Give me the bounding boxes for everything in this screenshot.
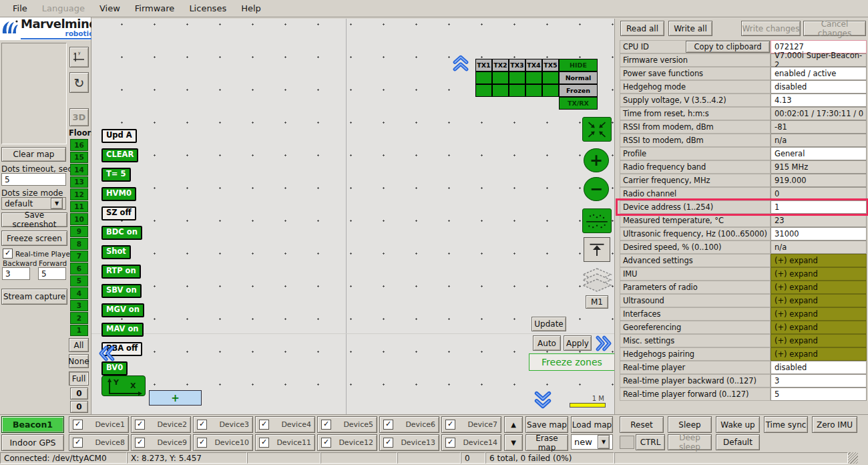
floor-button-1[interactable]: 1 bbox=[70, 325, 88, 337]
load-map-button[interactable]: Load map bbox=[571, 416, 613, 433]
scroll-down-button[interactable]: ▼ bbox=[504, 434, 523, 451]
tx-cell[interactable] bbox=[475, 84, 492, 97]
layers-icon[interactable] bbox=[581, 267, 613, 294]
wake-up-button[interactable]: Wake up bbox=[716, 416, 760, 433]
map-button-t-5[interactable]: T= 5 bbox=[101, 168, 131, 182]
checkbox-checked-icon[interactable]: ✓ bbox=[445, 420, 455, 430]
map-select[interactable]: new ▼ bbox=[571, 434, 613, 450]
map-button-sz-off[interactable]: SZ off bbox=[101, 206, 136, 220]
device-button-device9[interactable]: ✓Device9 bbox=[131, 434, 191, 451]
m1-button[interactable]: M1 bbox=[586, 295, 608, 309]
floor-button-9[interactable]: 9 bbox=[70, 226, 88, 238]
menu-item-help[interactable]: Help bbox=[234, 3, 268, 13]
menu-item-view[interactable]: View bbox=[92, 3, 128, 13]
map-button-sbv-on[interactable]: SBV on bbox=[101, 284, 142, 298]
fit-view-icon[interactable] bbox=[582, 117, 612, 142]
checkbox-checked-icon[interactable]: ✓ bbox=[259, 438, 269, 448]
map-button-shot[interactable]: Shot bbox=[101, 245, 131, 259]
setting-value[interactable]: (+) expand bbox=[771, 334, 867, 347]
menu-item-licenses[interactable]: Licenses bbox=[182, 3, 234, 13]
indoor-gps-button[interactable]: Indoor GPS bbox=[1, 434, 64, 451]
setting-value[interactable]: (+) expand bbox=[771, 281, 867, 294]
save-screenshot-button[interactable]: Save screenshot bbox=[1, 212, 67, 227]
floor-button-11[interactable]: 11 bbox=[70, 201, 88, 213]
setting-value[interactable]: (+) expand bbox=[771, 267, 867, 281]
map-canvas[interactable]: TX1TX2TX3TX4TX5HIDENormalFrozenTX/RX Upd… bbox=[91, 19, 614, 414]
floors-all-button[interactable]: All bbox=[69, 338, 89, 352]
dots-size-select[interactable]: default ▼ bbox=[1, 197, 66, 210]
setting-value[interactable]: enabled / active bbox=[771, 67, 867, 80]
setting-value[interactable]: 3 bbox=[771, 374, 867, 388]
setting-value[interactable]: disabled bbox=[771, 80, 867, 94]
device-button-device14[interactable]: ✓Device14 bbox=[441, 434, 501, 451]
device-button-device12[interactable]: ✓Device12 bbox=[317, 434, 377, 451]
forward-input[interactable]: 5 bbox=[38, 267, 66, 280]
floor-button-8[interactable]: 8 bbox=[70, 238, 88, 250]
map-button-mgv-on[interactable]: MGV on bbox=[101, 303, 144, 317]
device-button-device4[interactable]: ✓Device4 bbox=[255, 416, 315, 433]
setting-value[interactable]: (+) expand bbox=[771, 294, 867, 307]
floor-button-10[interactable]: 10 bbox=[70, 213, 88, 225]
tx-cell[interactable] bbox=[542, 97, 559, 110]
auto-button[interactable]: Auto bbox=[533, 335, 561, 351]
floor-zero-button-1[interactable]: 0 bbox=[70, 388, 88, 400]
setting-value[interactable]: (+) expand bbox=[771, 307, 867, 321]
resize-grip[interactable] bbox=[848, 452, 858, 464]
stream-capture-button[interactable]: Stream capture bbox=[1, 289, 67, 305]
setting-value[interactable]: 1 bbox=[771, 200, 867, 214]
menu-item-firmware[interactable]: Firmware bbox=[128, 3, 182, 13]
map-button-bv0[interactable]: BV0 bbox=[101, 361, 128, 375]
map-button-bdc-on[interactable]: BDC on bbox=[101, 226, 142, 240]
checkbox-checked-icon[interactable]: ✓ bbox=[445, 438, 455, 448]
tx-cell[interactable] bbox=[525, 71, 542, 84]
floor-button-7[interactable]: 7 bbox=[70, 251, 88, 263]
dots-line-icon[interactable] bbox=[582, 208, 612, 233]
save-map-button[interactable]: Save map bbox=[525, 416, 568, 433]
chevron-right-icon[interactable] bbox=[593, 333, 614, 353]
dots-timeout-input[interactable]: 5 bbox=[1, 173, 66, 186]
device-button-device10[interactable]: ✓Device10 bbox=[193, 434, 253, 451]
chevron-up-icon[interactable] bbox=[450, 53, 471, 73]
freeze-zones-button[interactable]: Freeze zones bbox=[529, 353, 615, 371]
cancel-changes-button[interactable]: Cancel changes bbox=[803, 21, 866, 36]
menu-item-file[interactable]: File bbox=[5, 3, 35, 13]
checkbox-checked-icon[interactable]: ✓ bbox=[321, 438, 331, 448]
tx-cell[interactable] bbox=[542, 84, 559, 97]
3d-button[interactable]: 3D bbox=[69, 108, 89, 126]
zero-imu-button[interactable]: Zero IMU bbox=[812, 416, 857, 433]
device-button-device2[interactable]: ✓Device2 bbox=[131, 416, 191, 433]
floor-button-12[interactable]: 12 bbox=[70, 188, 88, 200]
checkbox-checked-icon[interactable]: ✓ bbox=[73, 420, 83, 430]
time-sync-button[interactable]: Time sync bbox=[764, 416, 808, 433]
backward-input[interactable]: 3 bbox=[2, 267, 30, 280]
tx-cell-tx3[interactable]: TX3 bbox=[509, 59, 525, 71]
apply-button[interactable]: Apply bbox=[564, 335, 592, 351]
tx-cell[interactable] bbox=[525, 97, 542, 110]
map-button-mav-on[interactable]: MAV on bbox=[101, 323, 144, 337]
tx-cell[interactable] bbox=[492, 97, 509, 110]
setting-value[interactable]: 5 bbox=[771, 388, 867, 401]
device-button-device11[interactable]: ✓Device11 bbox=[255, 434, 315, 451]
tx-cell[interactable] bbox=[509, 71, 525, 84]
floor-button-6[interactable]: 6 bbox=[70, 263, 88, 275]
floors-full-button[interactable]: Full bbox=[69, 371, 89, 385]
device-button-device7[interactable]: ✓Device7 bbox=[441, 416, 501, 433]
tx-row-label-normal[interactable]: Normal bbox=[559, 71, 598, 84]
tx-cell[interactable] bbox=[509, 84, 525, 97]
map-button-upd-a[interactable]: Upd A bbox=[101, 129, 137, 143]
tx-cell-tx1[interactable]: TX1 bbox=[475, 59, 492, 71]
copy-to-clipboard-button[interactable]: Copy to clipboard bbox=[686, 41, 770, 53]
floor-button-15[interactable]: 15 bbox=[70, 152, 88, 164]
device-button-device5[interactable]: ✓Device5 bbox=[317, 416, 377, 433]
checkbox-checked-icon[interactable]: ✓ bbox=[135, 438, 145, 448]
map-button-clear[interactable]: CLEAR bbox=[101, 148, 138, 162]
tx-cell-hide[interactable]: HIDE bbox=[559, 59, 598, 71]
floor-zero-button-2[interactable]: 0 bbox=[70, 401, 88, 413]
tx-cell[interactable] bbox=[525, 84, 542, 97]
tx-cell[interactable] bbox=[492, 84, 509, 97]
tx-cell[interactable] bbox=[509, 97, 525, 110]
deep-sleep-button[interactable]: Deep sleep bbox=[668, 434, 712, 450]
setting-value[interactable]: (+) expand bbox=[771, 254, 867, 267]
checkbox-checked-icon[interactable]: ✓ bbox=[135, 420, 145, 430]
ctrl-checkbox[interactable] bbox=[620, 436, 634, 449]
